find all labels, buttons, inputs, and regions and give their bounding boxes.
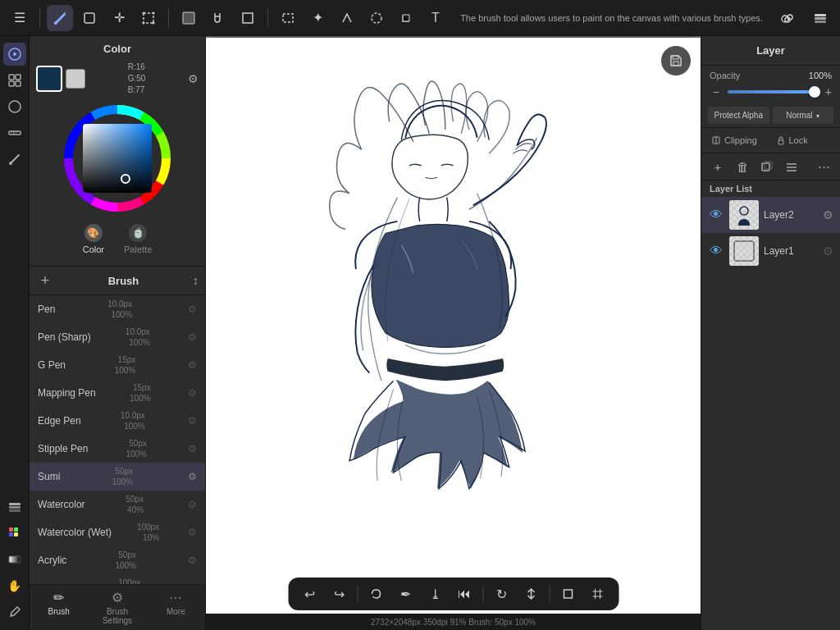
- brush-item-pen[interactable]: Pen 10.0px100% ⚙: [30, 295, 205, 323]
- brush-tool-icon[interactable]: [47, 5, 73, 31]
- brush-left-icon[interactable]: [3, 148, 26, 171]
- brush-item-mapping-pen[interactable]: Mapping Pen 15px100% ⚙: [30, 379, 205, 407]
- move-tool-icon[interactable]: ✛: [106, 5, 132, 31]
- fill-tool-icon[interactable]: [176, 5, 202, 31]
- palette-left-icon[interactable]: [3, 522, 26, 545]
- brush-item-watercolor[interactable]: Watercolor 50px40% ⚙: [30, 491, 205, 518]
- delete-layer-button[interactable]: 🗑: [733, 157, 752, 176]
- more-options-button[interactable]: ⋯: [814, 157, 833, 176]
- opacity-slider-thumb[interactable]: [809, 86, 820, 98]
- canvas-area[interactable]: ↩ ↪ ✒ ⤓ ⏮ ↻ 2732×2048px 350dpi 91%: [206, 36, 701, 630]
- gradient-icon[interactable]: [3, 548, 26, 571]
- brush-item-acrylic[interactable]: Acrylic 50px100% ⚙: [30, 546, 205, 574]
- lasso-bt-icon[interactable]: [364, 582, 387, 605]
- brush-item-pen--sharp-[interactable]: Pen (Sharp) 10.0px100% ⚙: [30, 323, 205, 351]
- tab-more[interactable]: ⋯ More: [147, 585, 205, 630]
- layer-item-layer2[interactable]: 👁 Layer2 ⚙: [701, 197, 840, 233]
- ruler-icon[interactable]: [3, 121, 26, 144]
- color-palette-tabs: 🎨 Color 🍵 Palette: [36, 219, 199, 259]
- tab-palette[interactable]: 🍵 Palette: [124, 224, 152, 254]
- blend-mode-button[interactable]: Normal ▾: [773, 107, 834, 124]
- brush-item-settings-icon[interactable]: ⚙: [188, 387, 197, 399]
- eyedropper-icon[interactable]: ✦: [304, 5, 331, 31]
- brush-item-settings-icon[interactable]: ⚙: [188, 443, 197, 454]
- hand-tool-icon[interactable]: ✋: [3, 574, 26, 597]
- brush-title: Brush: [59, 275, 188, 287]
- tab-brush[interactable]: ✏ Brush: [30, 585, 88, 630]
- color-wheel-side-icon[interactable]: [3, 95, 26, 118]
- brush-item-stipple-pen[interactable]: Stipple Pen 50px100% ⚙: [30, 435, 205, 463]
- flip-canvas-icon[interactable]: [519, 582, 542, 605]
- layer-item-layer1[interactable]: 👁 Layer1 ⚙: [701, 233, 840, 269]
- navigator-icon[interactable]: [3, 43, 26, 66]
- duplicate-layer-button[interactable]: [757, 157, 777, 176]
- gallery-icon[interactable]: [3, 69, 26, 92]
- brush-item-settings-icon[interactable]: ⚙: [188, 527, 197, 538]
- svg-rect-30: [9, 503, 21, 505]
- add-brush-button[interactable]: +: [36, 272, 54, 290]
- brush-sort-icon[interactable]: ↕: [193, 274, 199, 287]
- tooltip-bar: The brush tool allows users to paint on …: [452, 13, 771, 23]
- opacity-row: Opacity 100%: [701, 66, 840, 85]
- brush-item-settings-icon[interactable]: ⚙: [188, 499, 197, 510]
- brush-item-sumi[interactable]: Sumi 50px100% ⚙: [30, 463, 205, 491]
- brush-item-settings-icon[interactable]: ⚙: [188, 331, 197, 343]
- layers-left-icon[interactable]: [3, 495, 26, 518]
- brush-item-airbrush[interactable]: Airbrush 100px20% ⚙: [30, 574, 205, 584]
- main-color-swatch[interactable]: [36, 66, 62, 92]
- paint-bucket-icon[interactable]: [205, 5, 231, 31]
- menu-icon[interactable]: ☰: [7, 5, 33, 31]
- opacity-slider[interactable]: [728, 90, 820, 94]
- eyedropper-left-icon[interactable]: [3, 600, 26, 623]
- tab-brush-settings[interactable]: ⚙ Brush Settings: [88, 585, 146, 630]
- opacity-plus-button[interactable]: +: [825, 85, 832, 98]
- layer1-settings-icon[interactable]: ⚙: [823, 244, 833, 258]
- redo-icon[interactable]: ↪: [327, 582, 350, 605]
- shape-tool-icon[interactable]: [235, 5, 261, 31]
- undo-icon[interactable]: ↩: [298, 582, 321, 605]
- grid-bt-icon[interactable]: [586, 582, 609, 605]
- layer2-settings-icon[interactable]: ⚙: [823, 208, 833, 221]
- text-tool-icon[interactable]: T: [422, 5, 449, 31]
- opacity-minus-button[interactable]: −: [710, 85, 723, 98]
- transform2-icon[interactable]: [393, 5, 419, 31]
- layer1-visibility-icon[interactable]: 👁: [708, 244, 724, 258]
- brush-name: Pen (Sharp): [38, 331, 91, 343]
- brush-item-settings-icon[interactable]: ⚙: [188, 471, 197, 482]
- brush-name: Stipple Pen: [38, 443, 88, 454]
- layers-icon[interactable]: [807, 5, 833, 31]
- download-bt-icon[interactable]: ⤓: [423, 582, 446, 605]
- clipping-button[interactable]: Clipping: [708, 131, 769, 149]
- layer2-name: Layer2: [764, 209, 818, 221]
- transform-tool-icon[interactable]: [135, 5, 162, 31]
- brush-item-settings-icon[interactable]: ⚙: [188, 415, 197, 427]
- brush-item-g-pen[interactable]: G Pen 15px100% ⚙: [30, 351, 205, 379]
- lasso-icon[interactable]: [363, 5, 390, 31]
- select-rect-icon[interactable]: [275, 5, 301, 31]
- layer2-visibility-icon[interactable]: 👁: [708, 208, 724, 222]
- sub-color-swatch[interactable]: [66, 69, 85, 89]
- color-wheel[interactable]: [60, 101, 175, 216]
- brush-item-settings-icon[interactable]: ⚙: [188, 359, 197, 371]
- brush-item-edge-pen[interactable]: Edge Pen 10.0px100% ⚙: [30, 407, 205, 435]
- canvas-surface[interactable]: [206, 38, 701, 628]
- tab-color[interactable]: 🎨 Color: [83, 224, 104, 254]
- layer-options-icon[interactable]: [782, 157, 801, 176]
- add-layer-button[interactable]: +: [708, 157, 728, 176]
- cloud-icon[interactable]: [774, 5, 801, 31]
- bt-separator3: [549, 586, 550, 602]
- pen-bt-icon[interactable]: ✒: [394, 582, 417, 605]
- color-settings-icon[interactable]: ⚙: [188, 72, 199, 85]
- brush-item-watercolor--wet-[interactable]: Watercolor (Wet) 100px10% ⚙: [30, 518, 205, 546]
- pen-vector-icon[interactable]: [334, 5, 360, 31]
- rotate-canvas-icon[interactable]: ↻: [490, 582, 513, 605]
- lock-button[interactable]: Lock: [773, 131, 834, 149]
- brush-item-settings-icon[interactable]: ⚙: [188, 555, 197, 566]
- protect-alpha-button[interactable]: Protect Alpha: [708, 107, 769, 124]
- color-wheel-container: [36, 101, 199, 216]
- canvas-save-button[interactable]: [661, 46, 691, 75]
- brush-item-settings-icon[interactable]: ⚙: [188, 304, 197, 315]
- crop-bt-icon[interactable]: [556, 582, 579, 605]
- skip-bt-icon[interactable]: ⏮: [453, 582, 476, 605]
- eraser-tool-icon[interactable]: [76, 5, 103, 31]
